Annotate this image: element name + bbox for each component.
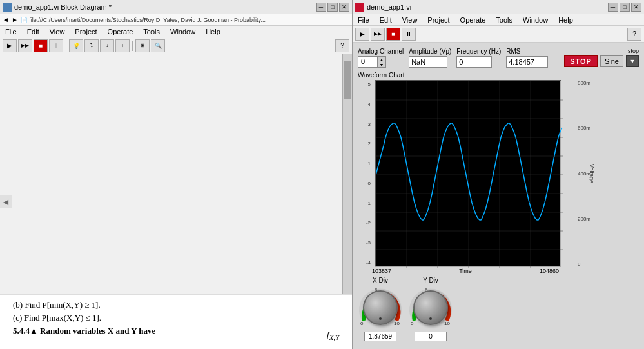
fp-menu-view[interactable]: View [400,16,420,24]
front-panel: demo_app1.vi ─ □ ✕ File Edit View Projec… [353,0,644,349]
front-panel-title-bar: demo_app1.vi ─ □ ✕ [353,0,644,14]
fp-menu-project[interactable]: Project [425,16,452,24]
step-out-button[interactable]: ↑ [115,39,130,52]
menu-window[interactable]: Window [168,28,198,35]
analog-channel-spinner[interactable]: 0 ▲ ▼ [358,56,386,68]
waveform-chart-display[interactable] [375,80,561,267]
spinner-up[interactable]: ▲ [378,57,385,62]
forward-btn[interactable]: ► [12,16,18,23]
y-div-knob[interactable] [413,290,448,325]
x-div-knob-label: X Div [373,277,388,284]
abort-button[interactable]: ■ [34,39,48,52]
fp-menu-bar: File Edit View Project Operate Tools Win… [353,14,644,26]
fp-menu-help[interactable]: Help [556,16,576,24]
menu-project[interactable]: Project [72,28,99,35]
time-axis: 103837 Time 104860 [358,268,559,274]
menu-help[interactable]: Help [203,28,223,35]
x-div-group: X Div 0 6 10 4 [358,277,403,341]
sine-button[interactable]: Sine [600,55,623,67]
pdf-line-3: 5.4.4▲ Random variables X and Y have [13,325,339,337]
rms-group: RMS 4.18457 [506,48,548,68]
x-div-knob[interactable] [363,290,398,325]
fp-run-button[interactable]: ▶ [355,28,369,41]
spinner-down[interactable]: ▼ [378,62,385,67]
pdf-line-1: (b) Find P[min(X,Y) ≥ 1]. [13,299,339,311]
fp-maximize-button[interactable]: □ [620,3,630,12]
menu-edit[interactable]: Edit [24,28,42,35]
highlight-button[interactable]: 💡 [69,39,83,52]
fp-pause-button[interactable]: ⏸ [402,28,416,41]
waveform-type-dropdown[interactable]: ▼ [626,55,639,67]
voltage-label: Voltage [589,164,595,183]
step-over-button[interactable]: ⤵ [84,39,99,52]
y-label-neg3: -3 [358,240,371,246]
pdf-line-2: (c) Find P[max(X,Y) ≤ 1]. [13,312,339,324]
svg-text:10: 10 [394,321,400,326]
run-button[interactable]: ▶ [3,39,17,52]
block-diagram-title: demo_app1.vi Block Diagram * [14,3,316,11]
run-continuously-button[interactable]: ▶▶ [18,39,32,52]
frequency-group: Frequency (Hz) 0 [456,48,501,68]
fp-close-button[interactable]: ✕ [631,3,641,12]
time-label: Time [459,268,472,274]
y-div-knob-label: Y Div [423,277,438,284]
frequency-value: 0 [456,56,492,68]
app-icon [3,3,12,12]
fp-run-cont-button[interactable]: ▶▶ [371,28,385,41]
block-diagram-title-bar: demo_app1.vi Block Diagram * ─ □ ✕ [0,0,352,14]
y-right-600: 600m [578,125,590,131]
controls-row: Analog Channel 0 ▲ ▼ Amplitude (Vp) NaN … [358,48,639,68]
menu-view[interactable]: View [47,28,68,35]
pdf-line-3-text: 5.4.4▲ Random variables X and Y have [13,326,155,335]
y-label-neg4: -4 [358,260,371,266]
fp-help-button[interactable]: ? [627,28,641,41]
maximize-button[interactable]: □ [327,3,338,12]
y-label-5: 5 [358,81,371,87]
toolbar-separator-2 [132,41,133,51]
block-diagram-menu: File Edit View Project Operate Tools Win… [0,26,352,37]
y-div-value[interactable]: 0 [415,332,447,341]
y-label-1: 1 [358,161,371,166]
fp-content-area: Analog Channel 0 ▲ ▼ Amplitude (Vp) NaN … [353,43,644,349]
address-bar: ◄ ► 📄 file:///C:/Users/marti/Documents/S… [0,14,352,26]
y-label-neg1: -1 [358,201,371,206]
menu-file[interactable]: File [3,28,19,35]
y-label-3: 3 [358,121,371,127]
fp-menu-tools[interactable]: Tools [493,16,515,24]
time-end: 104860 [540,268,559,274]
fp-menu-operate[interactable]: Operate [458,16,489,24]
step-into-button[interactable]: ↓ [100,39,114,52]
menu-operate[interactable]: Operate [105,28,136,35]
y-label-neg2: -2 [358,220,371,226]
amplitude-label: Amplitude (Vp) [409,48,451,55]
stop-button[interactable]: STOP [564,55,598,67]
left-scroll-arrow[interactable]: ◄ [0,195,12,208]
fp-menu-window[interactable]: Window [520,16,551,24]
close-button[interactable]: ✕ [339,3,349,12]
fp-menu-edit[interactable]: Edit [377,16,395,24]
y-label-4: 4 [358,101,371,107]
x-div-value[interactable]: 1.87659 [364,332,396,341]
fp-minimize-button[interactable]: ─ [608,3,618,12]
fp-menu-file[interactable]: File [355,16,372,24]
chart-with-right-axis: 800m 600m 400m 200m 0 Voltage [375,80,561,267]
knobs-section: X Div 0 6 10 4 [358,277,639,341]
minimize-button[interactable]: ─ [316,3,326,12]
y-axis-labels: 5 4 3 2 1 0 -1 -2 -3 -4 [358,80,372,267]
menu-tools[interactable]: Tools [141,28,162,35]
y-div-knob-container: 0 6 10 4 [408,285,453,330]
y-label-2: 2 [358,141,371,146]
scroll-thumb[interactable] [344,61,351,99]
chart-area: 5 4 3 2 1 0 -1 -2 -3 -4 [358,80,639,267]
pause-button[interactable]: ⏸ [49,39,63,52]
question-button[interactable]: ? [335,39,349,52]
fp-abort-button[interactable]: ■ [386,28,400,41]
clean-button[interactable]: ⊞ [135,39,150,52]
search-button[interactable]: 🔍 [151,39,165,52]
time-start: 103837 [372,268,391,274]
fp-toolbar: ▶ ▶▶ ■ ⏸ ? [353,26,644,43]
stop-label-fp: stop [628,48,639,54]
rms-label: RMS [506,48,520,55]
back-btn[interactable]: ◄ [3,16,9,23]
amplitude-group: Amplitude (Vp) NaN [409,48,451,68]
